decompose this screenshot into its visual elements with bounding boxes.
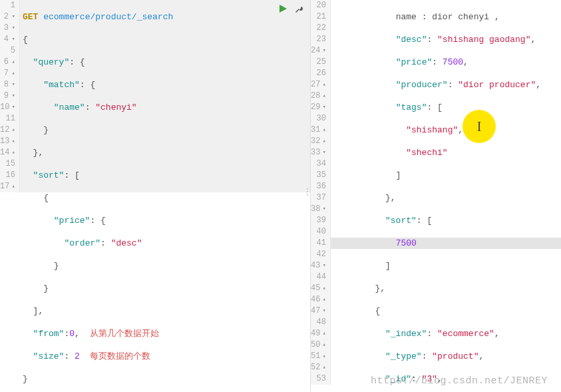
right-code[interactable]: name : dior chenyi , "desc": "shishang g… <box>331 0 561 392</box>
right-gutter: 20212223 24▾2526 27▴28▴ 29▾30 31▴32▴ 33▾… <box>311 0 331 385</box>
request-toolbar <box>278 4 303 13</box>
http-method: GET <box>23 12 38 22</box>
editor-split: ⋮ 1 2▾ 3▾ 4▾ 5 6▴ 7▴ 8▾ 9▾ 10▾ 11 12▴ 13… <box>0 0 561 392</box>
watermark: https://blog.csdn.net/JENREY <box>371 375 548 387</box>
resize-handle[interactable]: ⋮ <box>303 186 311 198</box>
text-cursor-icon: I <box>477 119 482 134</box>
request-panel[interactable]: ⋮ 1 2▾ 3▾ 4▾ 5 6▴ 7▴ 8▾ 9▾ 10▾ 11 12▴ 13… <box>0 0 311 392</box>
request-path: ecommerce/product/_search <box>43 12 173 22</box>
response-panel[interactable]: 20212223 24▾2526 27▴28▴ 29▾30 31▴32▴ 33▾… <box>311 0 561 392</box>
left-code[interactable]: GET ecommerce/product/_search { "query":… <box>20 0 310 392</box>
comment-from: 从第几个数据开始 <box>90 329 159 339</box>
cursor-spotlight: I <box>463 110 496 143</box>
comment-size: 每页数据的个数 <box>90 351 150 361</box>
wrench-icon[interactable] <box>294 4 303 13</box>
svg-marker-0 <box>280 5 287 13</box>
run-button[interactable] <box>278 4 287 13</box>
left-gutter: 1 2▾ 3▾ 4▾ 5 6▴ 7▴ 8▾ 9▾ 10▾ 11 12▴ 13▴ … <box>0 0 20 192</box>
